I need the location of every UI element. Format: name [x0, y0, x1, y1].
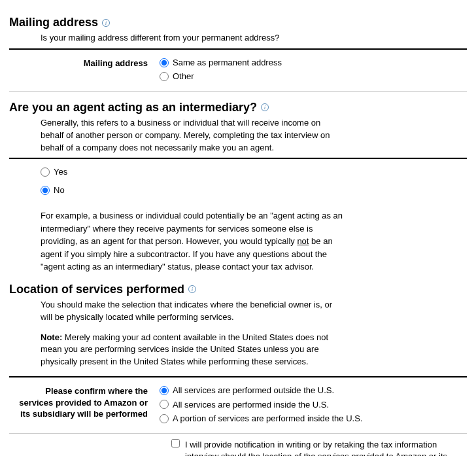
location-heading-text: Location of services performed: [9, 283, 184, 296]
location-field-label: Please confirm where the services provid…: [9, 384, 160, 420]
radio-portion-label: A portion of services are performed insi…: [173, 412, 362, 425]
intermediary-heading: Are you an agent acting as an intermedia…: [9, 101, 467, 114]
radio-inside-input[interactable]: [160, 400, 169, 409]
radio-yes-label: Yes: [54, 166, 67, 179]
intermediary-heading-text: Are you an agent acting as an intermedia…: [9, 101, 257, 114]
location-note: Note: Merely making your ad content avai…: [41, 332, 341, 369]
mailing-address-options: Same as permanent address Other: [160, 56, 467, 84]
mailing-address-description: Is your mailing address different from y…: [41, 32, 341, 44]
mailing-address-heading: Mailing address i: [9, 16, 467, 29]
radio-no[interactable]: No: [41, 184, 467, 197]
radio-portion-input[interactable]: [160, 414, 169, 423]
intermediary-description: Generally, this refers to a business or …: [41, 117, 341, 154]
divider: [9, 433, 467, 434]
divider: [9, 158, 467, 159]
intermediary-example: For example, a business or individual co…: [9, 209, 349, 273]
notification-checkbox-label: I will provide notification in writing o…: [185, 439, 467, 456]
radio-other-input[interactable]: [160, 72, 169, 81]
radio-no-label: No: [54, 184, 65, 197]
location-desc2: Merely making your ad content available …: [41, 332, 328, 367]
radio-no-input[interactable]: [41, 186, 50, 195]
divider: [9, 91, 467, 92]
mailing-address-field: Mailing address Same as permanent addres…: [9, 56, 467, 84]
radio-other[interactable]: Other: [160, 70, 467, 83]
info-icon[interactable]: i: [188, 285, 196, 293]
radio-yes-input[interactable]: [41, 167, 50, 177]
divider: [9, 376, 467, 377]
radio-same-input[interactable]: [160, 58, 169, 67]
radio-outside-label: All services are performed outside the U…: [173, 384, 334, 397]
radio-inside-label: All services are performed inside the U.…: [173, 398, 329, 412]
divider: [9, 48, 467, 50]
radio-other-label: Other: [173, 70, 194, 83]
intermediary-options: Yes No: [9, 166, 467, 196]
radio-portion-us[interactable]: A portion of services are performed insi…: [160, 412, 467, 425]
radio-same-label: Same as permanent address: [173, 56, 282, 69]
notification-checkbox-row[interactable]: I will provide notification in writing o…: [9, 439, 467, 456]
example-not: not: [297, 236, 309, 246]
info-icon[interactable]: i: [102, 19, 110, 27]
location-field: Please confirm where the services provid…: [9, 384, 467, 427]
location-options: All services are performed outside the U…: [160, 384, 467, 427]
note-label: Note:: [41, 332, 62, 342]
mailing-address-label: Mailing address: [9, 56, 160, 69]
radio-outside-us[interactable]: All services are performed outside the U…: [160, 384, 467, 397]
location-heading: Location of services performed i: [9, 283, 467, 296]
location-desc1: You should make the selection that indic…: [41, 299, 341, 324]
radio-outside-input[interactable]: [160, 386, 169, 395]
mailing-address-heading-text: Mailing address: [9, 16, 98, 29]
radio-same-as-permanent[interactable]: Same as permanent address: [160, 56, 467, 69]
radio-yes[interactable]: Yes: [41, 166, 467, 179]
info-icon[interactable]: i: [261, 103, 269, 111]
radio-inside-us[interactable]: All services are performed inside the U.…: [160, 398, 467, 412]
notification-checkbox[interactable]: [171, 439, 180, 447]
location-description: You should make the selection that indic…: [41, 299, 341, 368]
